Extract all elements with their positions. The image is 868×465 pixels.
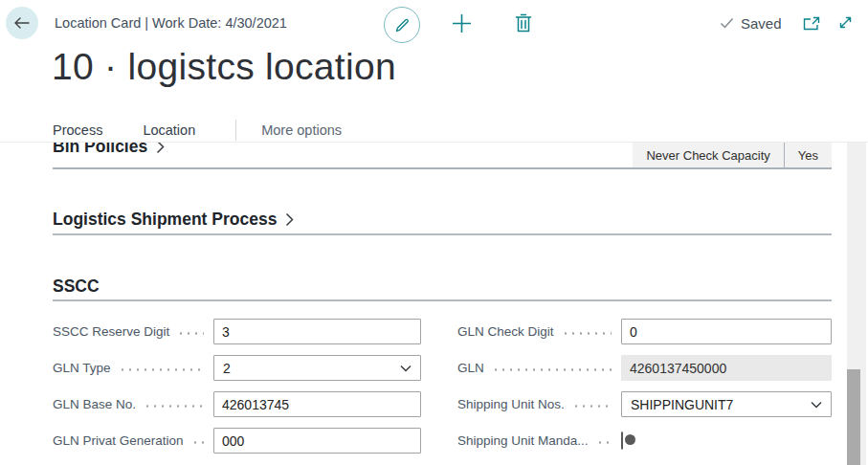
dotted-leader (144, 405, 204, 408)
trash-icon (514, 12, 533, 33)
field-label: GLN Privat Generation (53, 433, 184, 448)
top-app-bar: Location Card | Work Date: 4/30/2021 Sav… (0, 0, 868, 46)
sscc-right-column: GLN Check Digit GLN 4260137450000 Shippi… (457, 319, 832, 464)
section-rule (53, 167, 832, 169)
fasttab-summary[interactable]: Never Check Capacity Yes (633, 143, 832, 167)
pencil-icon (393, 16, 412, 34)
dotted-leader (572, 405, 612, 408)
field-label: GLN Type (53, 361, 111, 375)
shipping-unit-mandatory-toggle[interactable] (621, 432, 623, 450)
section-header-sscc[interactable]: SSCC (53, 277, 100, 297)
summary-field-label: Never Check Capacity (633, 148, 783, 163)
new-button[interactable] (451, 12, 473, 34)
dotted-leader (596, 441, 612, 444)
back-button[interactable] (6, 7, 38, 39)
sscc-title: SSCC (53, 277, 100, 297)
page-title: 10 · logistcs location (52, 46, 396, 88)
field-label: SSCC Reserve Digit (53, 324, 169, 339)
open-in-window-button[interactable] (803, 16, 820, 31)
dotted-leader (492, 368, 612, 371)
section-rule (53, 299, 832, 301)
toggle-knob (625, 434, 635, 445)
sscc-left-column: SSCC Reserve Digit GLN Type 2 GLN Base N… (53, 319, 421, 464)
field-shipping-unit-nos: Shipping Unit Nos. SHIPPINGUNIT7 (457, 391, 832, 417)
save-status: Saved (720, 0, 782, 46)
scrollbar-thumb[interactable] (847, 369, 860, 465)
section-header-bin-policies[interactable]: Bin Policies (53, 143, 165, 157)
save-status-label: Saved (741, 15, 782, 32)
chevron-right-icon (156, 143, 165, 154)
field-sscc-reserve-digit: SSCC Reserve Digit (53, 319, 421, 344)
check-icon (720, 17, 734, 29)
logistics-title: Logistics Shipment Process (53, 210, 277, 230)
menu-item-more-options[interactable]: More options (261, 122, 342, 138)
field-label: GLN (457, 361, 484, 375)
sscc-reserve-digit-input[interactable] (213, 319, 421, 344)
shipping-unit-nos-value: SHIPPINGUNIT7 (631, 397, 733, 412)
section-header-logistics-shipment[interactable]: Logistics Shipment Process (53, 210, 294, 230)
breadcrumb: Location Card | Work Date: 4/30/2021 (55, 0, 287, 46)
chevron-down-icon (811, 401, 822, 409)
edit-button[interactable] (384, 7, 420, 43)
gln-readonly-field: 4260137450000 (621, 355, 832, 381)
field-gln-type: GLN Type 2 (53, 355, 421, 381)
plus-icon (451, 12, 473, 34)
field-shipping-unit-mandatory: Shipping Unit Manda... (457, 428, 832, 454)
maximize-button[interactable] (837, 14, 854, 31)
open-in-window-icon (803, 16, 820, 31)
gln-base-no-input[interactable] (213, 391, 421, 417)
chevron-down-icon (400, 365, 412, 372)
vertical-scrollbar[interactable] (847, 143, 866, 465)
field-gln: GLN 4260137450000 (457, 355, 832, 381)
delete-button[interactable] (514, 12, 533, 33)
field-label: Shipping Unit Nos. (457, 397, 565, 411)
gln-privat-generation-input[interactable] (213, 428, 421, 454)
bin-policies-title: Bin Policies (53, 143, 147, 157)
field-label: GLN Base No. (53, 397, 136, 411)
field-gln-privat-generation: GLN Privat Generation (53, 428, 421, 454)
field-gln-base-no: GLN Base No. (53, 391, 421, 417)
dotted-leader (562, 332, 612, 335)
expand-diagonal-icon (837, 14, 854, 31)
summary-field-value: Yes (785, 148, 832, 163)
menu-item-process[interactable]: Process (53, 122, 102, 138)
gln-type-value: 2 (223, 361, 231, 376)
menu-divider (235, 120, 236, 141)
action-menu: Process Location More options (53, 119, 342, 142)
gln-type-select[interactable]: 2 (213, 355, 421, 381)
gln-check-digit-input[interactable] (621, 319, 832, 344)
field-gln-check-digit: GLN Check Digit (457, 319, 832, 344)
section-rule (53, 233, 832, 235)
dotted-leader (191, 441, 204, 444)
field-label: GLN Check Digit (457, 324, 554, 339)
chevron-right-icon (285, 212, 294, 227)
section-bin-policies: Bin Policies Never Check Capacity Yes (53, 143, 832, 167)
dotted-leader (177, 332, 204, 335)
field-label: Shipping Unit Manda... (457, 433, 589, 448)
menu-item-location[interactable]: Location (143, 122, 195, 138)
shipping-unit-nos-select[interactable]: SHIPPINGUNIT7 (621, 391, 832, 417)
dotted-leader (119, 368, 204, 371)
back-arrow-icon (13, 15, 31, 31)
